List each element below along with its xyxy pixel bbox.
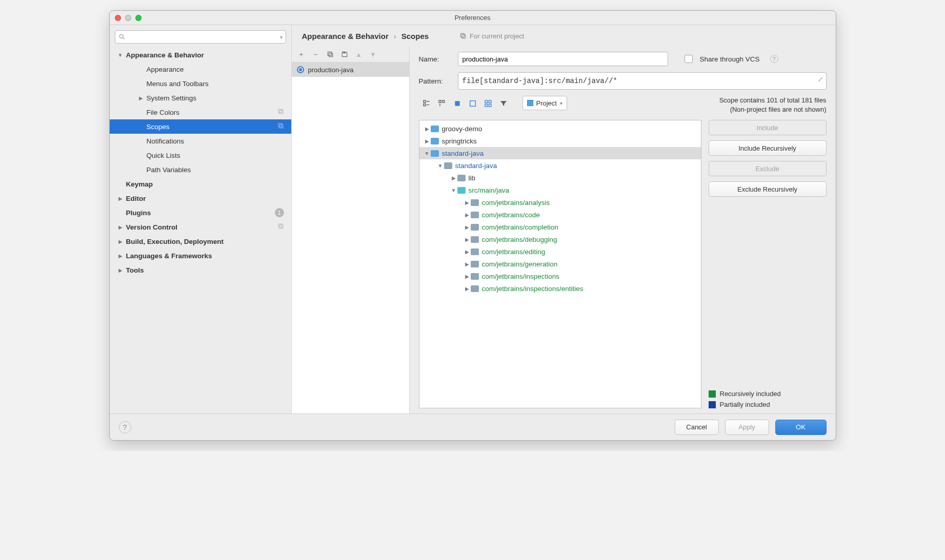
tree-arrow-icon: ▶ [464, 286, 471, 292]
file-tree-label: com/jetbrains/generation [482, 260, 558, 268]
scope-dropdown[interactable]: Project ▾ [522, 96, 567, 110]
sidebar-item-label: Notifications [147, 137, 185, 145]
sidebar-item-tools[interactable]: ▶Tools [110, 263, 291, 277]
file-tree-item[interactable]: ▶com/jetbrains/analysis [419, 196, 701, 209]
svg-rect-13 [424, 100, 426, 102]
move-up-button: ▲ [354, 50, 364, 59]
svg-rect-2 [279, 110, 283, 114]
file-tree-item[interactable]: ▶com/jetbrains/inspections [419, 270, 701, 282]
file-tree-item[interactable]: ▶com/jetbrains/code [419, 209, 701, 221]
tree-icon [423, 99, 431, 108]
file-tree-item[interactable]: ▶lib [419, 172, 701, 184]
tree-arrow-icon: ▶ [464, 274, 471, 279]
save-button[interactable] [340, 50, 349, 59]
close-icon[interactable] [115, 15, 121, 21]
sidebar-item-label: Appearance & Behavior [126, 51, 204, 59]
svg-rect-11 [328, 52, 331, 55]
name-input[interactable] [458, 52, 668, 66]
folder-icon [431, 126, 439, 132]
svg-rect-20 [455, 101, 459, 106]
cancel-button[interactable]: Cancel [675, 420, 719, 435]
tree-arrow-icon: ▼ [437, 163, 444, 169]
file-tree-label: standard-java [455, 162, 497, 170]
svg-rect-3 [278, 109, 282, 113]
file-tree-item[interactable]: ▶springtricks [419, 135, 701, 147]
file-tree-label: groovy-demo [442, 125, 482, 133]
file-tree-label: com/jetbrains/inspections [482, 273, 560, 280]
file-tree-item[interactable]: ▼standard-java [419, 147, 701, 159]
tree-toolbar [419, 96, 511, 111]
sidebar-item-keymap[interactable]: Keymap [110, 177, 291, 191]
zoom-icon[interactable] [135, 15, 142, 21]
sidebar-item-build-execution-deployment[interactable]: ▶Build, Execution, Deployment [110, 234, 291, 248]
sidebar-item-menus-and-toolbars[interactable]: Menus and Toolbars [110, 76, 291, 91]
help-icon[interactable]: ? [770, 55, 778, 63]
sidebar-item-version-control[interactable]: ▶Version Control [110, 220, 291, 234]
sidebar-item-appearance[interactable]: Appearance [110, 62, 291, 76]
sidebar-item-quick-lists[interactable]: Quick Lists [110, 148, 291, 162]
file-tree-item[interactable]: ▶com/jetbrains/editing [419, 245, 701, 258]
tree-arrow-icon: ▶ [118, 267, 123, 273]
pattern-label: Pattern: [419, 77, 451, 85]
sidebar-item-languages-frameworks[interactable]: ▶Languages & Frameworks [110, 248, 291, 263]
file-tree-item[interactable]: ▼standard-java [419, 159, 701, 172]
compact-packages-button[interactable] [434, 96, 450, 111]
file-tree-item[interactable]: ▶com/jetbrains/debugging [419, 233, 701, 245]
folder-icon [471, 212, 479, 218]
file-tree-item[interactable]: ▶com/jetbrains/inspections/entities [419, 282, 701, 295]
group-button[interactable] [450, 96, 465, 111]
show-modules-button[interactable] [465, 96, 480, 111]
tree-arrow-icon: ▶ [118, 253, 123, 259]
show-files-button[interactable] [419, 96, 434, 111]
sidebar-item-system-settings[interactable]: ▶System Settings [110, 91, 291, 105]
share-vcs-checkbox[interactable] [685, 55, 693, 63]
exclude-recursively-button[interactable]: Exclude Recursively [709, 181, 827, 197]
expand-icon[interactable]: ⤢ [818, 76, 823, 84]
scope-item[interactable]: production-java [292, 63, 409, 77]
file-tree-item[interactable]: ▶groovy-demo [419, 122, 701, 135]
search-input[interactable]: ▾ [115, 30, 286, 44]
copy-icon [277, 108, 284, 116]
help-button[interactable]: ? [119, 421, 131, 433]
sidebar-item-plugins[interactable]: Plugins1 [110, 205, 291, 220]
svg-rect-24 [485, 104, 488, 107]
file-tree-label: src/main/java [469, 186, 510, 194]
scope-note: For current project [459, 32, 524, 40]
search-icon [118, 33, 126, 40]
sidebar-item-notifications[interactable]: Notifications [110, 134, 291, 148]
svg-rect-22 [485, 100, 488, 103]
sidebar-item-editor[interactable]: ▶Editor [110, 191, 291, 205]
copy-button[interactable] [326, 50, 335, 59]
svg-rect-7 [278, 224, 282, 227]
sidebar-item-appearance-behavior[interactable]: ▼Appearance & Behavior [110, 48, 291, 62]
sidebar-item-scopes[interactable]: Scopes [110, 119, 291, 134]
sidebar-item-file-colors[interactable]: File Colors [110, 105, 291, 119]
ok-button[interactable]: OK [775, 420, 827, 435]
titlebar: Preferences [110, 11, 836, 25]
include-recursively-button[interactable]: Include Recursively [709, 140, 827, 156]
svg-rect-18 [442, 100, 444, 102]
minimize-icon[interactable] [125, 15, 131, 21]
badge: 1 [275, 208, 284, 217]
copy-icon [277, 223, 284, 231]
search-field[interactable] [128, 33, 280, 41]
file-tree-label: lib [469, 174, 476, 182]
folder-icon [431, 150, 439, 157]
filter-button[interactable] [496, 96, 511, 111]
file-tree-label: com/jetbrains/editing [482, 248, 546, 256]
file-tree[interactable]: ▶groovy-demo▶springtricks▼standard-java▼… [419, 120, 701, 408]
add-button[interactable]: ＋ [297, 50, 306, 59]
tree-arrow-icon: ▶ [450, 175, 457, 181]
tree-arrow-icon: ▶ [118, 239, 123, 244]
scope-editor: Name: Share through VCS ? Pattern: file[… [410, 47, 836, 413]
file-tree-item[interactable]: ▶com/jetbrains/completion [419, 221, 701, 233]
folder-icon [457, 175, 466, 181]
sidebar-item-path-variables[interactable]: Path Variables [110, 162, 291, 177]
file-tree-item[interactable]: ▶com/jetbrains/generation [419, 258, 701, 270]
file-tree-item[interactable]: ▼src/main/java [419, 184, 701, 196]
expand-all-button[interactable] [480, 96, 496, 111]
svg-rect-6 [279, 225, 283, 229]
tree-arrow-icon: ▶ [464, 237, 471, 242]
remove-button[interactable]: − [311, 50, 320, 59]
pattern-input[interactable]: file[standard-java]:src/main/java//* ⤢ [458, 72, 827, 90]
